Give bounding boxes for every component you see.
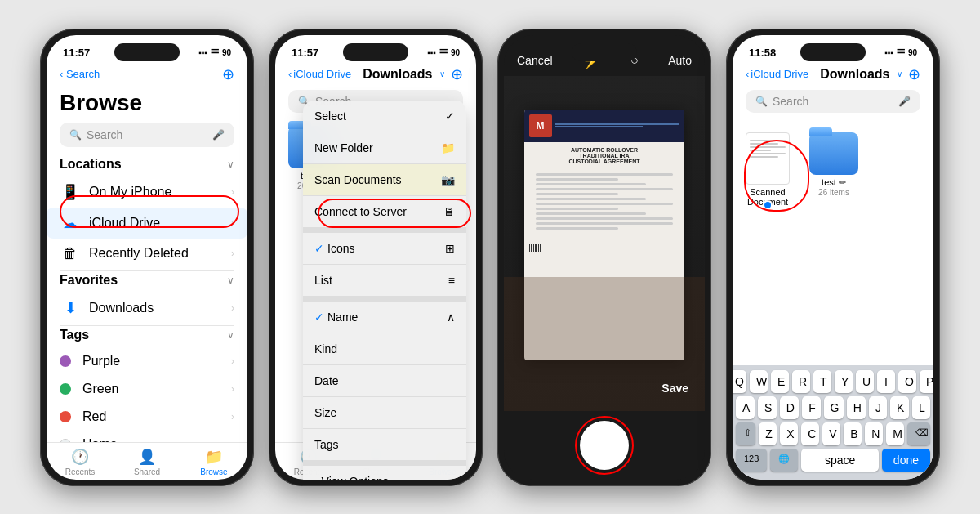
- emoji-key[interactable]: 🌐: [770, 449, 798, 472]
- tab-shared-1[interactable]: 👤 Shared: [114, 448, 180, 476]
- mini-line-4: [750, 150, 771, 151]
- key-f[interactable]: F: [802, 396, 820, 419]
- key-p[interactable]: P: [920, 370, 933, 393]
- key-w[interactable]: W: [750, 370, 768, 393]
- icloud-drive-item[interactable]: ☁ iCloud Drive ›: [47, 208, 247, 239]
- list-label: List: [314, 274, 332, 287]
- key-r[interactable]: R: [792, 370, 810, 393]
- key-z[interactable]: Z: [759, 422, 777, 445]
- key-v[interactable]: V: [822, 422, 840, 445]
- on-my-iphone-item[interactable]: 📱 On My iPhone ›: [47, 177, 247, 208]
- name-chevron: ∧: [447, 311, 455, 324]
- dropdown-chevron: ∨: [439, 69, 445, 78]
- key-k[interactable]: K: [890, 396, 909, 419]
- search-bar-4[interactable]: 🔍 Search 🎤: [746, 90, 920, 113]
- save-button[interactable]: Save: [662, 382, 688, 395]
- auto-label: Auto: [668, 54, 692, 67]
- tag-color-red: [60, 411, 71, 422]
- search-bar-1[interactable]: 🔍 Search 🎤: [60, 123, 234, 147]
- icons-label: Icons: [327, 242, 354, 255]
- key-j[interactable]: J: [869, 396, 887, 419]
- key-u[interactable]: U: [856, 370, 874, 393]
- menu-view-options[interactable]: › View Options: [303, 466, 466, 480]
- trash-icon: 🗑: [60, 245, 81, 262]
- space-key[interactable]: space: [801, 449, 878, 472]
- tag-purple[interactable]: Purple ›: [47, 347, 247, 375]
- list-icon: ≡: [448, 274, 455, 287]
- menu-icons[interactable]: ✓ Icons ⊞: [303, 233, 466, 265]
- tag-red[interactable]: Red ›: [47, 403, 247, 431]
- key-i[interactable]: I: [877, 370, 895, 393]
- key-s[interactable]: S: [758, 396, 777, 419]
- doc-body: AUTOMATIC ROLLOVERTRADITIONAL IRACUSTODI…: [524, 142, 685, 240]
- menu-scan-documents[interactable]: Scan Documents 📷: [303, 164, 466, 196]
- scanner-bottom: [504, 411, 705, 480]
- menu-size[interactable]: Size: [303, 397, 466, 429]
- folder-name-4: test ✏: [809, 177, 858, 188]
- key-e[interactable]: E: [771, 370, 789, 393]
- key-c[interactable]: C: [801, 422, 819, 445]
- delete-key[interactable]: ⌫: [907, 422, 930, 445]
- scanned-document-item[interactable]: ScannedDocument: [746, 132, 790, 207]
- battery-icon-4: 90: [908, 48, 917, 57]
- mini-line-6: [750, 156, 778, 158]
- menu-kind[interactable]: Kind: [303, 333, 466, 365]
- key-b[interactable]: B: [844, 422, 862, 445]
- tags-label: Tags: [314, 438, 339, 451]
- cancel-button[interactable]: Cancel: [517, 54, 553, 67]
- tags-section: Tags ∨: [47, 328, 247, 347]
- date-label: Date: [314, 374, 339, 387]
- menu-tags[interactable]: Tags: [303, 429, 466, 461]
- key-d[interactable]: D: [780, 396, 799, 419]
- menu-select[interactable]: Select ✓: [303, 101, 466, 132]
- more-btn-2[interactable]: ⊕: [451, 65, 463, 83]
- tag-green-label: Green: [82, 382, 223, 396]
- doc-line-7: [536, 203, 674, 205]
- kb-row-4: 123 🌐 space done: [736, 449, 930, 472]
- key-l[interactable]: L: [912, 396, 930, 419]
- signal-icon-2: ▪▪▪: [427, 48, 436, 57]
- more-btn-4[interactable]: ⊕: [908, 65, 920, 83]
- back-button-4[interactable]: ‹ iCloud Drive: [746, 68, 808, 80]
- key-t[interactable]: T: [813, 370, 831, 393]
- bar3: [533, 244, 534, 252]
- key-n[interactable]: N: [865, 422, 883, 445]
- key-m[interactable]: M: [886, 422, 904, 445]
- view-options-label: › View Options: [314, 475, 389, 480]
- shift-key[interactable]: ⇧: [736, 422, 755, 445]
- menu-date[interactable]: Date: [303, 365, 466, 397]
- back-button-1[interactable]: ‹ Search: [60, 68, 100, 80]
- back-button-2[interactable]: ‹ iCloud Drive: [288, 68, 351, 80]
- key-x[interactable]: X: [780, 422, 798, 445]
- tag-color-purple: [60, 355, 71, 367]
- doc-line-3: [536, 183, 646, 185]
- shared-icon: 👤: [138, 448, 156, 466]
- key-o[interactable]: O: [898, 370, 916, 393]
- capture-button[interactable]: [580, 421, 629, 470]
- key-g[interactable]: G: [824, 396, 844, 419]
- done-key[interactable]: done: [882, 449, 930, 472]
- recently-deleted-item[interactable]: 🗑 Recently Deleted ›: [47, 239, 247, 269]
- numbers-key[interactable]: 123: [736, 449, 767, 472]
- more-button-1[interactable]: ⊕: [222, 65, 234, 83]
- tags-chevron: ∨: [227, 329, 234, 341]
- phones-container: 11:57 ▪▪▪ 𝍢 90 ‹ Search ⊕ Browse 🔍 Searc…: [32, 20, 948, 494]
- menu-name[interactable]: ✓ Name ∧: [303, 302, 466, 333]
- key-a[interactable]: A: [736, 396, 755, 419]
- downloads-item[interactable]: ⬇ Downloads ›: [47, 293, 247, 324]
- folder-item-test-4[interactable]: test ✏ 26 items: [809, 132, 858, 197]
- scanned-doc-icon: [746, 132, 790, 185]
- key-q[interactable]: Q: [733, 370, 746, 393]
- tag-green[interactable]: Green ›: [47, 375, 247, 403]
- menu-new-folder[interactable]: New Folder 📁: [303, 132, 466, 164]
- iphone-icon: 📱: [60, 183, 81, 201]
- key-h[interactable]: H: [847, 396, 866, 419]
- key-y[interactable]: Y: [835, 370, 853, 393]
- tag-red-label: Red: [82, 409, 223, 424]
- tab-recents-1[interactable]: 🕐 Recents: [47, 448, 114, 476]
- tag-home[interactable]: Home ›: [47, 431, 247, 442]
- tab-browse-1[interactable]: 📁 Browse: [180, 448, 247, 476]
- search-icon-1: 🔍: [69, 129, 82, 141]
- menu-connect-server[interactable]: Connect to Server 🖥: [303, 196, 466, 228]
- menu-list[interactable]: List ≡: [303, 265, 466, 297]
